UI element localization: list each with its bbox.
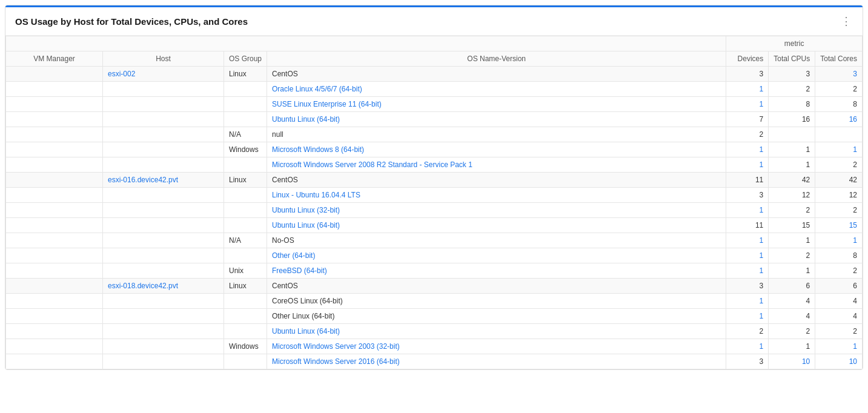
cell-os-name[interactable]: SUSE Linux Enterprise 11 (64-bit) [267, 97, 726, 112]
table-row: Ubuntu Linux (64-bit)111515 [6, 218, 863, 233]
cell-host[interactable]: esxi-016.device42.pvt [103, 173, 224, 188]
cell-os-group [224, 82, 267, 97]
table-row: CoreOS Linux (64-bit)144 [6, 294, 863, 309]
cell-os-name[interactable]: Microsoft Windows 8 (64-bit) [267, 142, 726, 157]
cell-os-group: Linux [224, 173, 267, 188]
cell-os-group [224, 248, 267, 263]
table-row: Microsoft Windows Server 2008 R2 Standar… [6, 157, 863, 173]
cell-host [103, 294, 224, 309]
cell-devices[interactable]: 1 [726, 142, 769, 157]
cell-total-cpus[interactable]: 10 [769, 354, 815, 369]
cell-devices: 2 [726, 324, 769, 339]
cell-os-group: Unix [224, 263, 267, 279]
cell-devices[interactable]: 1 [726, 82, 769, 97]
cell-vm-manager [6, 97, 103, 112]
cell-os-group [224, 218, 267, 233]
cell-devices[interactable]: 1 [726, 309, 769, 324]
cell-total-cpus: 1 [769, 142, 815, 157]
cell-devices[interactable]: 1 [726, 233, 769, 248]
cell-os-group: Linux [224, 279, 267, 294]
cell-os-name[interactable]: Oracle Linux 4/5/6/7 (64-bit) [267, 82, 726, 97]
cell-os-group [224, 354, 267, 369]
cell-os-name: null [267, 127, 726, 142]
col-header-host: Host [103, 51, 224, 67]
cell-total-cores[interactable]: 15 [815, 218, 863, 233]
cell-total-cpus: 4 [769, 309, 815, 324]
cell-devices: 11 [726, 218, 769, 233]
metric-header-spacer [6, 36, 726, 51]
table-row: N/ANo-OS111 [6, 233, 863, 248]
cell-os-name: Other Linux (64-bit) [267, 309, 726, 324]
cell-total-cores: 8 [815, 97, 863, 112]
cell-os-name[interactable]: Other (64-bit) [267, 248, 726, 263]
cell-total-cores: 42 [815, 173, 863, 188]
cell-vm-manager [6, 67, 103, 82]
cell-os-name[interactable]: Ubuntu Linux (64-bit) [267, 218, 726, 233]
cell-host[interactable]: esxi-018.device42.pvt [103, 279, 224, 294]
cell-host [103, 157, 224, 173]
cell-total-cores[interactable]: 3 [815, 67, 863, 82]
col-header-os-name: OS Name-Version [267, 51, 726, 67]
cell-host[interactable]: esxi-002 [103, 67, 224, 82]
cell-total-cores[interactable]: 16 [815, 112, 863, 127]
cell-os-name[interactable]: FreeBSD (64-bit) [267, 263, 726, 279]
table-row: WindowsMicrosoft Windows Server 2003 (32… [6, 339, 863, 354]
cell-host [103, 218, 224, 233]
table-row: esxi-016.device42.pvtLinuxCentOS114242 [6, 173, 863, 188]
cell-host [103, 112, 224, 127]
table-row: Microsoft Windows Server 2016 (64-bit)31… [6, 354, 863, 369]
cell-os-group [224, 309, 267, 324]
cell-devices[interactable]: 1 [726, 339, 769, 354]
more-options-icon[interactable]: ⋮ [841, 15, 853, 28]
cell-devices[interactable]: 1 [726, 203, 769, 218]
cell-os-name[interactable]: Microsoft Windows Server 2008 R2 Standar… [267, 157, 726, 173]
cell-os-name[interactable]: Ubuntu Linux (32-bit) [267, 203, 726, 218]
cell-total-cores[interactable]: 1 [815, 142, 863, 157]
cell-os-name: CentOS [267, 173, 726, 188]
cell-devices[interactable]: 1 [726, 294, 769, 309]
cell-os-name[interactable]: Ubuntu Linux (64-bit) [267, 324, 726, 339]
cell-os-group: Windows [224, 339, 267, 354]
cell-total-cores: 4 [815, 309, 863, 324]
cell-total-cpus: 1 [769, 263, 815, 279]
cell-total-cores: 2 [815, 203, 863, 218]
cell-total-cores [815, 127, 863, 142]
cell-vm-manager [6, 142, 103, 157]
cell-devices[interactable]: 1 [726, 248, 769, 263]
cell-total-cores[interactable]: 1 [815, 339, 863, 354]
table-row: WindowsMicrosoft Windows 8 (64-bit)111 [6, 142, 863, 157]
cell-total-cpus: 1 [769, 157, 815, 173]
cell-total-cpus: 6 [769, 279, 815, 294]
cell-os-name[interactable]: Ubuntu Linux (64-bit) [267, 112, 726, 127]
cell-vm-manager [6, 324, 103, 339]
cell-vm-manager [6, 233, 103, 248]
cell-total-cpus: 4 [769, 294, 815, 309]
cell-devices: 3 [726, 354, 769, 369]
cell-devices: 3 [726, 67, 769, 82]
cell-os-name[interactable]: Microsoft Windows Server 2016 (64-bit) [267, 354, 726, 369]
cell-total-cpus [769, 127, 815, 142]
table-row: SUSE Linux Enterprise 11 (64-bit)188 [6, 97, 863, 112]
cell-total-cpus: 3 [769, 67, 815, 82]
cell-devices[interactable]: 1 [726, 157, 769, 173]
cell-devices[interactable]: 1 [726, 97, 769, 112]
cell-os-group: Windows [224, 142, 267, 157]
cell-os-name: CentOS [267, 67, 726, 82]
cell-total-cores: 12 [815, 188, 863, 203]
cell-total-cores[interactable]: 1 [815, 233, 863, 248]
cell-devices[interactable]: 1 [726, 263, 769, 279]
cell-total-cpus: 1 [769, 233, 815, 248]
col-header-total-cores: Total Cores [815, 51, 863, 67]
table-row: esxi-018.device42.pvtLinuxCentOS366 [6, 279, 863, 294]
cell-devices: 3 [726, 279, 769, 294]
cell-os-group [224, 203, 267, 218]
cell-os-group [224, 157, 267, 173]
cell-total-cores[interactable]: 10 [815, 354, 863, 369]
cell-vm-manager [6, 127, 103, 142]
table-row: Other (64-bit)128 [6, 248, 863, 263]
table-row: Ubuntu Linux (32-bit)122 [6, 203, 863, 218]
cell-host [103, 97, 224, 112]
cell-os-name[interactable]: Linux - Ubuntu 16.04.4 LTS [267, 188, 726, 203]
cell-os-name[interactable]: Microsoft Windows Server 2003 (32-bit) [267, 339, 726, 354]
table-row: Oracle Linux 4/5/6/7 (64-bit)122 [6, 82, 863, 97]
